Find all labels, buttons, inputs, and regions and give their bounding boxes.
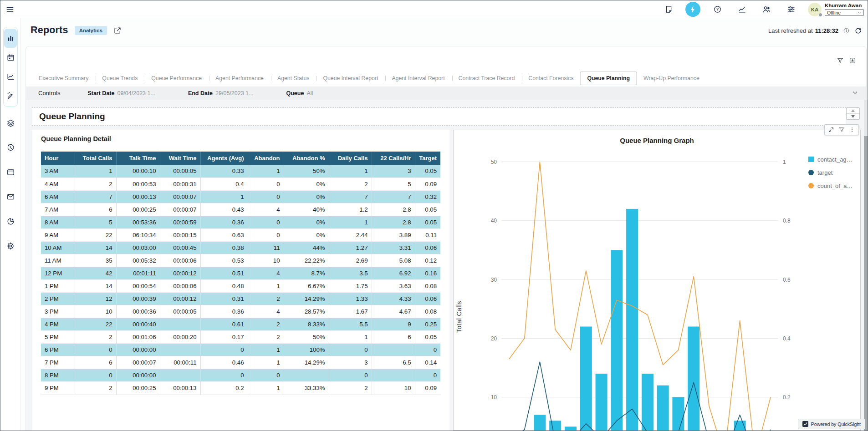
sidebar-item-history[interactable] (4, 142, 17, 152)
flash-icon[interactable] (685, 2, 700, 17)
control-start-date[interactable]: Start Date09/04/2023 1... (87, 90, 155, 96)
cell: 1 (248, 381, 284, 394)
cell: 00:00:45 (160, 241, 200, 254)
cell: 4.33 (372, 292, 415, 305)
filter-icon[interactable] (837, 57, 844, 64)
download-icon[interactable] (849, 57, 856, 64)
tab-agent-status[interactable]: Agent Status (271, 71, 316, 85)
tab-queue-interval-report[interactable]: Queue Interval Report (316, 71, 385, 85)
cell: 0.08 (415, 279, 440, 292)
refresh-icon[interactable] (854, 27, 862, 35)
expand-icon[interactable] (828, 127, 834, 133)
avatar[interactable]: KA (808, 3, 822, 16)
tab-contact-forensics[interactable]: Contact Forensics (521, 71, 580, 85)
svg-text:0.6: 0.6 (783, 277, 791, 283)
cell: 0.25 (415, 318, 440, 330)
chevron-down-icon[interactable] (851, 89, 859, 96)
tab-queue-performance[interactable]: Queue Performance (144, 71, 209, 85)
cell: 1 (200, 190, 248, 203)
column-header-hour[interactable]: Hour (41, 152, 75, 165)
cell: 10 (248, 254, 284, 267)
tab-agent-performance[interactable]: Agent Performance (209, 71, 271, 85)
cell (160, 318, 200, 330)
topbar: ? KA Khurram Awan Offline (0, 0, 868, 18)
column-header-22-calls-hr[interactable]: 22 Calls/Hr (372, 152, 415, 165)
cell: 0 (248, 190, 284, 203)
table-row-3-am: 3 AM100:00:1000:00:050.33150%130.05 (41, 165, 440, 177)
tab-executive-summary[interactable]: Executive Summary (32, 71, 95, 85)
sidebar-item-dashboards[interactable] (4, 29, 17, 48)
info-icon[interactable] (843, 27, 850, 34)
sidebar-item-window[interactable] (4, 167, 17, 177)
svg-text:?: ? (716, 7, 718, 11)
powered-by-badge[interactable]: Powered by QuickSight (798, 419, 865, 429)
sidebar-item-calendar[interactable] (4, 48, 17, 67)
legend-item-contact-ag[interactable]: contact_ag… (808, 154, 853, 164)
sliders-icon[interactable] (783, 2, 799, 17)
sidebar-item-layers[interactable] (4, 118, 17, 128)
table-row-5-pm: 5 PM200:01:0600:00:200.17250%160.05 (41, 330, 440, 343)
sidebar-item-design[interactable] (4, 86, 17, 105)
cell: 0.11 (415, 228, 440, 241)
sidebar-item-settings[interactable] (4, 241, 17, 251)
tab-queue-trends[interactable]: Queue Trends (95, 71, 144, 85)
cell: 0.05 (415, 203, 440, 216)
control-value: 09/04/2023 1... (117, 90, 155, 96)
sheet-title: Queue Planning (32, 108, 846, 125)
status-select[interactable]: Offline (825, 9, 864, 16)
table-row-11-am: 11 AM3500:05:3200:00:060.531022.22%2.695… (41, 254, 440, 267)
cell: 0.05 (415, 216, 440, 228)
tab-queue-planning[interactable]: Queue Planning (580, 71, 637, 85)
svg-text:40: 40 (491, 218, 497, 224)
external-link-icon[interactable] (113, 26, 122, 35)
menu-icon[interactable] (5, 5, 15, 14)
tab-agent-interval-report[interactable]: Agent Interval Report (385, 71, 451, 85)
cell: 00:00:06 (160, 279, 200, 292)
tab-contract-trace-record[interactable]: Contract Trace Record (452, 71, 522, 85)
column-header-wait-time[interactable]: Wait Time (160, 152, 200, 165)
avatar-initials: KA (811, 7, 819, 12)
cell: 2 (248, 318, 284, 330)
cell: 4.67 (372, 305, 415, 318)
legend-item-count-of-a[interactable]: count_of_a… (808, 181, 853, 191)
column-header-agents-avg[interactable]: Agents (Avg) (200, 152, 248, 165)
cell: 0 (75, 343, 116, 356)
scrollbar-thumb[interactable] (864, 136, 868, 431)
tab-wrap-up-performance[interactable]: Wrap-Up Performance (637, 71, 706, 85)
help-icon[interactable]: ? (710, 2, 725, 17)
chart-plot: 10203040500.20.40.60.81 (454, 130, 860, 431)
column-header-target[interactable]: Target (415, 152, 440, 165)
filter-icon[interactable] (838, 127, 845, 133)
cell: 2 (329, 381, 372, 394)
cell: 14 (75, 241, 116, 254)
column-header-abandon[interactable]: Abandon (248, 152, 284, 165)
users-icon[interactable] (759, 2, 774, 17)
column-header-abandon[interactable]: Abandon % (284, 152, 329, 165)
cell: 1 (75, 165, 116, 177)
sheet: Queue Planning Queue Planning Detail Hou… (26, 100, 866, 431)
cell: 00:00:40 (116, 318, 160, 330)
kebab-menu-icon[interactable] (849, 127, 855, 133)
user-name: Khurram Awan (825, 3, 864, 8)
chart-toolbar (824, 124, 859, 135)
control-queue[interactable]: QueueAll (286, 90, 313, 96)
svg-text:10: 10 (491, 394, 497, 401)
cell: 1 (248, 343, 284, 356)
sidebar-item-reports[interactable] (4, 216, 17, 226)
cell: 22 (75, 318, 116, 330)
analytics-icon[interactable] (734, 2, 750, 17)
cell: 00:00:15 (160, 228, 200, 241)
cell: 3 AM (41, 165, 75, 177)
spin-down-button[interactable] (847, 113, 859, 119)
analytics-badge[interactable]: Analytics (75, 26, 107, 35)
column-header-talk-time[interactable]: Talk Time (116, 152, 160, 165)
notes-icon[interactable] (661, 2, 676, 17)
control-end-date[interactable]: End Date29/05/2023 1... (188, 90, 254, 96)
legend-item-target[interactable]: target (808, 167, 853, 177)
column-header-daily-calls[interactable]: Daily Calls (329, 152, 372, 165)
spin-up-button[interactable] (847, 108, 859, 113)
vertical-scrollbar[interactable] (864, 100, 868, 431)
column-header-total-calls[interactable]: Total Calls (75, 152, 116, 165)
sidebar-item-mail[interactable] (4, 192, 17, 202)
sidebar-item-trends[interactable] (4, 67, 17, 86)
